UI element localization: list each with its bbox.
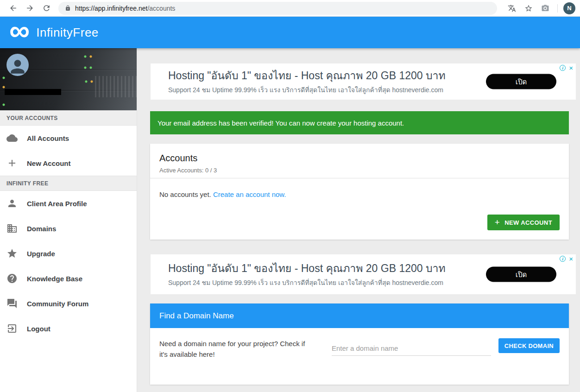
bookmark-star-icon[interactable] [523, 3, 534, 13]
sidebar-item-logout[interactable]: Logout [0, 316, 137, 341]
sidebar-item-community-forum[interactable]: Community Forum [0, 291, 137, 316]
url-host: https://app.infinityfree.net [75, 5, 147, 12]
sidebar-section-your-accounts: YOUR ACCOUNTS [0, 110, 137, 126]
sidebar-item-upgrade[interactable]: Upgrade [0, 241, 137, 266]
sidebar-item-label: Logout [27, 325, 50, 333]
ad-subtitle: Support 24 ชม Uptime 99.99% เร็ว แรง บริ… [168, 278, 446, 288]
accounts-card: Accounts Active Accounts: 0 / 3 No accou… [150, 144, 569, 240]
cloud-icon [6, 133, 18, 144]
browser-profile-avatar[interactable]: N [563, 2, 575, 14]
user-avatar [6, 54, 29, 76]
profile-banner [0, 48, 137, 110]
ad-title-link[interactable]: Hosting "อันดับ 1" ของไทย - Host คุณภาพ … [168, 261, 446, 275]
plus-icon: + [495, 217, 500, 228]
find-domain-body: Need a domain name for your project? Che… [150, 328, 569, 385]
new-account-button[interactable]: + NEW ACCOUNT [487, 215, 560, 230]
adchoices-controls: i × [560, 65, 573, 71]
translate-icon[interactable] [507, 3, 517, 13]
ad-banner: Hosting "อันดับ 1" ของไทย - Host คุณภาพ … [150, 63, 576, 100]
person-icon [6, 198, 18, 209]
url-path: /accounts [147, 5, 175, 12]
username-redacted-bar [5, 89, 61, 95]
sidebar-item-knowledge-base[interactable]: Knowledge Base [0, 266, 137, 291]
sidebar-item-label: Domains [27, 225, 56, 233]
forward-icon[interactable] [24, 2, 36, 14]
browser-toolbar: https://app.infinityfree.net/accounts N [0, 0, 580, 17]
logout-icon [6, 323, 18, 334]
brand-title[interactable]: InfinityFree [36, 25, 99, 40]
address-bar[interactable]: https://app.infinityfree.net/accounts [58, 2, 497, 15]
adchoices-controls: i × [560, 256, 573, 262]
server-vent-decoration [95, 76, 137, 97]
help-icon [6, 273, 18, 284]
sidebar-item-all-accounts[interactable]: All Accounts [0, 126, 137, 151]
active-accounts-count: Active Accounts: 0 / 3 [159, 167, 560, 174]
ad-open-button[interactable]: เปิด [486, 267, 556, 282]
sidebar-item-label: Upgrade [27, 250, 55, 258]
toolbar-divider [557, 4, 558, 13]
sidebar: YOUR ACCOUNTS All Accounts New Account I… [0, 48, 137, 392]
ad-open-button[interactable]: เปิด [486, 74, 556, 89]
refresh-icon[interactable] [40, 2, 52, 14]
find-domain-header: Find a Domain Name [150, 303, 569, 328]
app-header: ∞ InfinityFree [0, 17, 580, 48]
email-verified-banner: Your email address has been verified! Yo… [150, 111, 569, 134]
ad-banner: Hosting "อันดับ 1" ของไทย - Host คุณภาพ … [150, 254, 576, 295]
create-account-link[interactable]: Create an account now. [213, 190, 286, 198]
find-domain-description: Need a domain name for your project? Che… [159, 338, 312, 360]
back-icon[interactable] [7, 2, 19, 14]
sidebar-item-domains[interactable]: Domains [0, 216, 137, 241]
adchoices-info-icon[interactable]: i [560, 65, 566, 71]
sidebar-item-label: Community Forum [27, 300, 88, 308]
sidebar-item-label: Knowledge Base [27, 275, 82, 283]
sidebar-item-new-account[interactable]: New Account [0, 151, 137, 176]
infinity-logo-icon[interactable]: ∞ [9, 21, 29, 40]
adchoices-close-icon[interactable]: × [569, 256, 573, 262]
accounts-empty-state: No accounts yet. Create an account now. [150, 178, 569, 198]
camera-icon[interactable] [540, 3, 550, 13]
sidebar-section-infinity-free: INFINITY FREE [0, 176, 137, 191]
adchoices-info-icon[interactable]: i [560, 256, 566, 262]
sidebar-item-label: New Account [27, 159, 70, 167]
main-content: Hosting "อันดับ 1" ของไทย - Host คุณภาพ … [137, 48, 580, 392]
forum-icon [6, 298, 18, 309]
adchoices-close-icon[interactable]: × [569, 65, 573, 71]
star-icon [6, 248, 18, 259]
lock-icon [65, 5, 71, 11]
domain-icon [6, 223, 18, 234]
sidebar-item-client-area-profile[interactable]: Client Area Profile [0, 191, 137, 216]
domain-name-input[interactable] [332, 341, 491, 356]
plus-icon [6, 158, 18, 169]
ad-subtitle: Support 24 ชม Uptime 99.99% เร็ว แรง บริ… [168, 85, 446, 95]
accounts-title: Accounts [159, 153, 560, 164]
no-accounts-text: No accounts yet. [159, 190, 211, 198]
accounts-card-header: Accounts Active Accounts: 0 / 3 [150, 144, 569, 178]
ad-title-link[interactable]: Hosting "อันดับ 1" ของไทย - Host คุณภาพ … [168, 69, 446, 82]
check-domain-button[interactable]: CHECK DOMAIN [498, 338, 560, 353]
sidebar-item-label: All Accounts [27, 134, 69, 142]
find-domain-card: Find a Domain Name Need a domain name fo… [150, 303, 569, 385]
new-account-button-label: NEW ACCOUNT [504, 219, 552, 226]
sidebar-item-label: Client Area Profile [27, 200, 87, 208]
